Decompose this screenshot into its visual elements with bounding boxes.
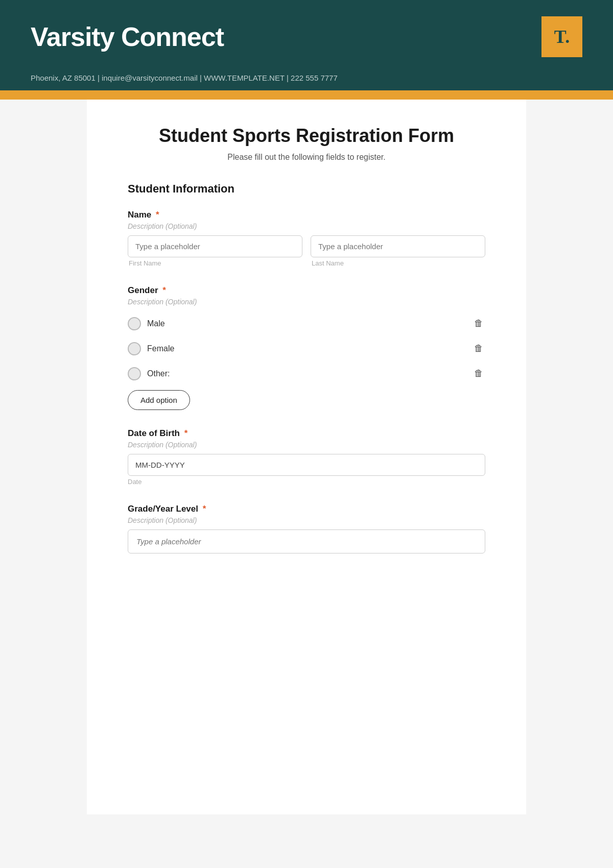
name-input-row: First Name Last Name [128, 235, 485, 267]
add-option-button[interactable]: Add option [128, 390, 190, 410]
grade-field-group: Grade/Year Level * Description (Optional… [128, 504, 485, 553]
gender-option-other: Other: 🗑 [128, 361, 485, 386]
grade-input[interactable] [128, 529, 485, 553]
dob-label: Date of Birth * [128, 428, 485, 439]
first-name-sublabel: First Name [128, 259, 302, 267]
logo-text: T. [554, 26, 570, 47]
dob-required-star: * [184, 428, 188, 438]
last-name-input[interactable] [311, 235, 485, 257]
dob-field-group: Date of Birth * Description (Optional) D… [128, 428, 485, 486]
name-required-star: * [156, 210, 159, 220]
radio-male-label: Male [147, 319, 165, 328]
dob-input[interactable] [128, 454, 485, 476]
delete-other-icon[interactable]: 🗑 [472, 366, 485, 381]
gender-field-group: Gender * Description (Optional) Male 🗑 F… [128, 285, 485, 410]
name-description: Description (Optional) [128, 222, 485, 230]
gender-option-female: Female 🗑 [128, 336, 485, 361]
main-content: Student Sports Registration Form Please … [87, 100, 526, 814]
header-contact: Phoenix, AZ 85001 | inquire@varsityconne… [0, 67, 613, 90]
site-title: Varsity Connect [31, 21, 224, 52]
logo-badge: T. [541, 16, 582, 57]
name-label: Name * [128, 210, 485, 220]
gender-option-male: Male 🗑 [128, 311, 485, 336]
section-title: Student Information [128, 182, 485, 196]
header: Varsity Connect T. Phoenix, AZ 85001 | i… [0, 0, 613, 100]
grade-label: Grade/Year Level * [128, 504, 485, 514]
radio-male[interactable] [128, 317, 141, 330]
last-name-sublabel: Last Name [311, 259, 485, 267]
accent-bar [0, 90, 613, 100]
first-name-wrapper: First Name [128, 235, 302, 267]
radio-female[interactable] [128, 342, 141, 355]
grade-required-star: * [203, 504, 206, 514]
radio-other-label: Other: [147, 369, 170, 378]
last-name-wrapper: Last Name [311, 235, 485, 267]
delete-male-icon[interactable]: 🗑 [472, 316, 485, 331]
gender-required-star: * [162, 285, 166, 295]
form-title: Student Sports Registration Form [128, 125, 485, 147]
gender-label: Gender * [128, 285, 485, 296]
name-field-group: Name * Description (Optional) First Name… [128, 210, 485, 267]
dob-sublabel: Date [128, 478, 485, 486]
gender-options: Male 🗑 Female 🗑 Other: 🗑 [128, 311, 485, 386]
radio-female-label: Female [147, 344, 174, 353]
radio-other[interactable] [128, 367, 141, 380]
grade-description: Description (Optional) [128, 516, 485, 524]
dob-description: Description (Optional) [128, 441, 485, 449]
delete-female-icon[interactable]: 🗑 [472, 341, 485, 356]
form-subtitle: Please fill out the following fields to … [128, 153, 485, 162]
gender-description: Description (Optional) [128, 298, 485, 306]
first-name-input[interactable] [128, 235, 302, 257]
